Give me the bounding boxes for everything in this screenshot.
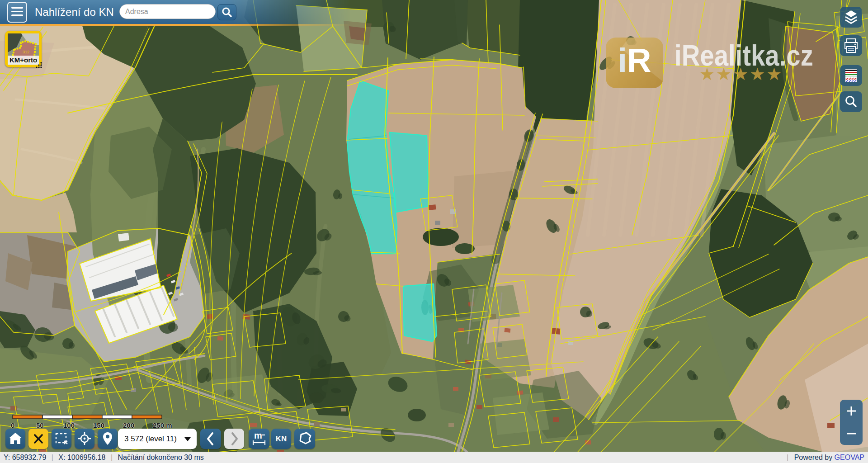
svg-text:50: 50 xyxy=(36,421,44,429)
svg-text:150: 150 xyxy=(93,421,104,429)
svg-text:200: 200 xyxy=(123,421,134,429)
svg-text:m: m xyxy=(254,430,262,440)
svg-text:0: 0 xyxy=(11,421,14,429)
svg-text:250 m: 250 m xyxy=(153,421,172,429)
svg-text:100: 100 xyxy=(63,421,75,429)
